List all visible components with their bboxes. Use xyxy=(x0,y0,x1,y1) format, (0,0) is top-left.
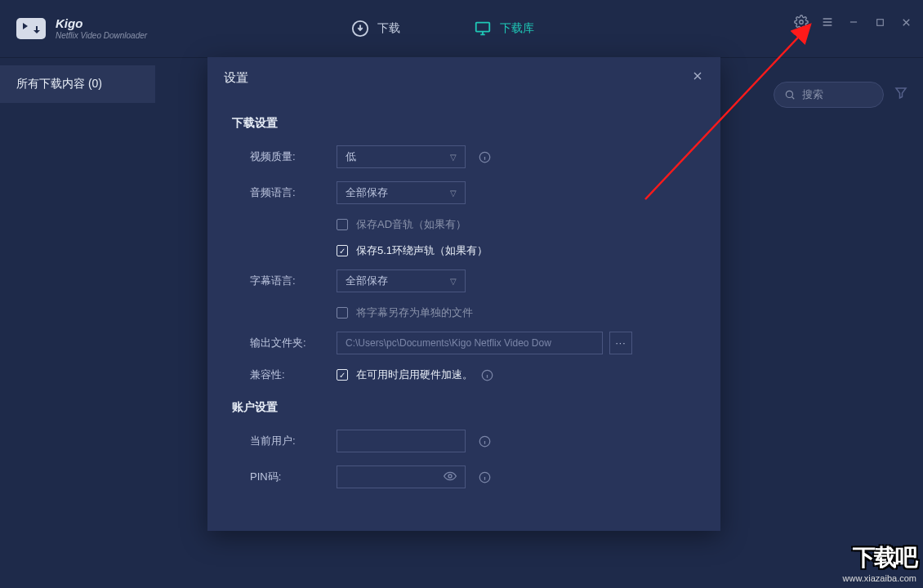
output-folder-label: 输出文件夹: xyxy=(232,336,337,350)
library-icon xyxy=(474,20,492,38)
video-quality-value: 低 xyxy=(346,149,356,164)
row-current-user: 当前用户: xyxy=(232,430,696,452)
pin-input[interactable] xyxy=(337,466,466,488)
row-video-quality: 视频质量: 低 ▽ xyxy=(232,145,696,168)
chevron-down-icon: ▽ xyxy=(450,153,457,162)
row-pin: PIN码: xyxy=(232,466,696,488)
svg-rect-3 xyxy=(876,19,883,25)
menu-icon[interactable] xyxy=(820,15,835,29)
tab-download[interactable]: 下载 xyxy=(351,20,400,38)
section-download-title: 下载设置 xyxy=(232,116,696,131)
section-account-title: 账户设置 xyxy=(232,400,696,415)
dialog-header: 设置 xyxy=(207,57,720,98)
watermark-text: 下载吧 xyxy=(843,542,916,573)
filter-icon[interactable] xyxy=(894,86,908,104)
brand-name: Kigo xyxy=(56,17,147,31)
sidebar-all-downloads-label: 所有下载内容 (0) xyxy=(16,77,102,90)
close-button[interactable] xyxy=(898,15,913,29)
save-sub-separately-checkbox[interactable] xyxy=(337,307,348,318)
audio-lang-label: 音频语言: xyxy=(232,185,337,200)
row-audio-language: 音频语言: 全部保存 ▽ xyxy=(232,181,696,204)
sidebar: 所有下载内容 (0) xyxy=(0,65,155,103)
chevron-down-icon: ▽ xyxy=(450,277,457,286)
topbar: Kigo Netflix Video Downloader 下载 下载库 xyxy=(0,0,923,57)
info-icon[interactable] xyxy=(479,471,491,483)
dialog-body: 下载设置 视频质量: 低 ▽ 音频语言: 全部保存 ▽ xyxy=(207,98,720,510)
compat-label: 兼容性: xyxy=(232,368,337,382)
settings-icon[interactable] xyxy=(794,15,809,29)
row-save-51-audio: 保存5.1环绕声轨（如果有） xyxy=(337,243,696,258)
logo-area: Kigo Netflix Video Downloader xyxy=(0,17,351,40)
search-row: 搜索 xyxy=(774,82,908,108)
eye-icon[interactable] xyxy=(444,470,457,485)
save-51-audio-label: 保存5.1环绕声轨（如果有） xyxy=(356,243,488,258)
watermark: 下载吧 www.xiazaiba.com xyxy=(843,542,916,583)
download-icon xyxy=(351,20,369,38)
brand-text: Kigo Netflix Video Downloader xyxy=(56,17,147,40)
save-ad-audio-checkbox[interactable] xyxy=(337,219,348,230)
brand-subtitle: Netflix Video Downloader xyxy=(56,31,147,40)
svg-rect-1 xyxy=(476,23,490,32)
current-user-input[interactable] xyxy=(337,430,466,452)
info-icon[interactable] xyxy=(479,151,491,163)
search-input[interactable]: 搜索 xyxy=(774,82,884,108)
svg-point-4 xyxy=(786,91,792,97)
save-ad-audio-label: 保存AD音轨（如果有） xyxy=(356,217,466,232)
settings-dialog: 设置 下载设置 视频质量: 低 ▽ 音频语言: 全部保存 xyxy=(207,57,720,531)
row-compatibility: 兼容性: 在可用时启用硬件加速。 xyxy=(232,368,696,382)
audio-lang-select[interactable]: 全部保存 ▽ xyxy=(337,181,466,204)
info-icon[interactable] xyxy=(481,369,493,381)
row-save-ad-audio: 保存AD音轨（如果有） xyxy=(337,217,696,232)
maximize-button[interactable] xyxy=(872,15,887,29)
row-save-sub-separately: 将字幕另存为单独的文件 xyxy=(337,305,696,320)
compat-checkbox[interactable] xyxy=(337,369,348,381)
app-logo-icon xyxy=(16,18,46,39)
tab-download-label: 下载 xyxy=(377,21,400,36)
subtitle-lang-select[interactable]: 全部保存 ▽ xyxy=(337,270,466,292)
output-folder-input[interactable]: C:\Users\pc\Documents\Kigo Netflix Video… xyxy=(337,332,603,354)
sidebar-all-downloads[interactable]: 所有下载内容 (0) xyxy=(0,65,155,103)
dialog-title: 设置 xyxy=(224,70,248,86)
search-placeholder: 搜索 xyxy=(802,87,823,102)
compat-text: 在可用时启用硬件加速。 xyxy=(356,368,473,382)
save-51-audio-checkbox[interactable] xyxy=(337,245,348,256)
watermark-url: www.xiazaiba.com xyxy=(843,573,916,583)
browse-folder-button[interactable]: ··· xyxy=(609,332,632,354)
main-tabs: 下载 下载库 xyxy=(351,20,534,38)
subtitle-lang-value: 全部保存 xyxy=(346,274,388,288)
row-output-folder: 输出文件夹: C:\Users\pc\Documents\Kigo Netfli… xyxy=(232,332,696,354)
current-user-label: 当前用户: xyxy=(232,434,337,448)
dialog-close-button[interactable] xyxy=(691,69,704,87)
pin-label: PIN码: xyxy=(232,470,337,484)
info-icon[interactable] xyxy=(479,435,491,448)
save-sub-separately-label: 将字幕另存为单独的文件 xyxy=(356,305,473,320)
chevron-down-icon: ▽ xyxy=(450,189,457,198)
search-icon xyxy=(784,89,796,100)
video-quality-label: 视频质量: xyxy=(232,149,337,164)
minimize-button[interactable] xyxy=(846,15,861,29)
output-folder-value: C:\Users\pc\Documents\Kigo Netflix Video… xyxy=(346,337,551,349)
svg-point-2 xyxy=(800,20,804,24)
subtitle-lang-label: 字幕语言: xyxy=(232,274,337,288)
window-controls xyxy=(794,15,913,29)
browse-label: ··· xyxy=(615,337,626,349)
audio-lang-value: 全部保存 xyxy=(346,185,388,200)
row-subtitle-language: 字幕语言: 全部保存 ▽ xyxy=(232,270,696,292)
tab-library[interactable]: 下载库 xyxy=(474,20,534,38)
svg-point-8 xyxy=(448,474,452,478)
tab-library-label: 下载库 xyxy=(500,21,534,36)
video-quality-select[interactable]: 低 ▽ xyxy=(337,145,466,168)
